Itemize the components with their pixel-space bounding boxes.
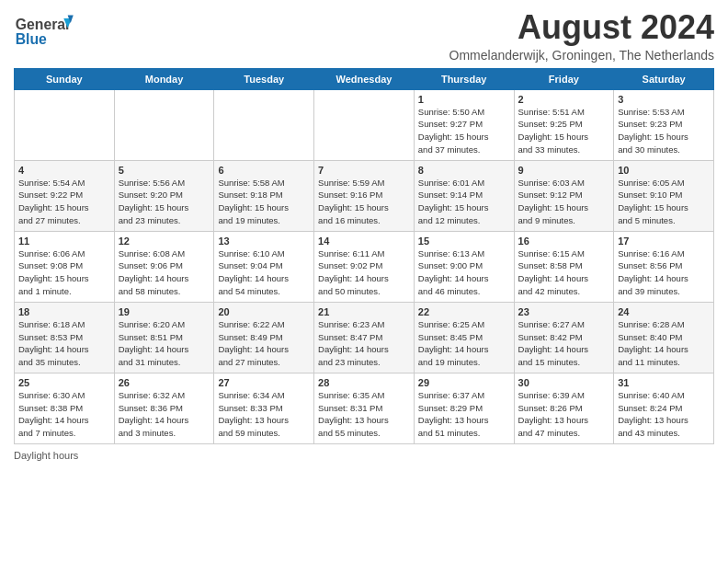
- day-number: 16: [518, 236, 610, 247]
- day-info: Sunrise: 6:30 AM Sunset: 8:38 PM Dayligh…: [18, 389, 110, 440]
- calendar-cell: 3Sunrise: 5:53 AM Sunset: 9:23 PM Daylig…: [614, 89, 714, 160]
- week-row-2: 4Sunrise: 5:54 AM Sunset: 9:22 PM Daylig…: [15, 160, 714, 231]
- day-header-friday: Friday: [514, 68, 614, 89]
- calendar-cell: 25Sunrise: 6:30 AM Sunset: 8:38 PM Dayli…: [15, 373, 115, 443]
- day-header-tuesday: Tuesday: [214, 68, 314, 89]
- calendar-cell: [314, 89, 415, 160]
- calendar-cell: 10Sunrise: 6:05 AM Sunset: 9:10 PM Dayli…: [614, 160, 714, 231]
- title-area: August 2024 Ommelanderwijk, Groningen, T…: [449, 9, 714, 63]
- calendar-cell: 20Sunrise: 6:22 AM Sunset: 8:49 PM Dayli…: [214, 302, 314, 373]
- day-number: 17: [618, 236, 710, 247]
- header: General Blue August 2024 Ommelanderwijk,…: [14, 9, 714, 63]
- day-header-wednesday: Wednesday: [314, 68, 415, 89]
- day-info: Sunrise: 5:51 AM Sunset: 9:25 PM Dayligh…: [518, 106, 610, 156]
- day-info: Sunrise: 6:18 AM Sunset: 8:53 PM Dayligh…: [18, 318, 110, 369]
- day-number: 4: [18, 165, 110, 176]
- day-number: 26: [119, 377, 210, 388]
- day-info: Sunrise: 6:10 AM Sunset: 9:04 PM Dayligh…: [218, 247, 310, 298]
- day-info: Sunrise: 6:16 AM Sunset: 8:56 PM Dayligh…: [618, 247, 710, 298]
- week-row-4: 18Sunrise: 6:18 AM Sunset: 8:53 PM Dayli…: [15, 302, 714, 373]
- day-info: Sunrise: 6:28 AM Sunset: 8:40 PM Dayligh…: [618, 318, 710, 369]
- calendar-cell: 26Sunrise: 6:32 AM Sunset: 8:36 PM Dayli…: [114, 373, 214, 443]
- day-info: Sunrise: 6:34 AM Sunset: 8:33 PM Dayligh…: [218, 389, 310, 440]
- calendar-cell: 5Sunrise: 5:56 AM Sunset: 9:20 PM Daylig…: [114, 160, 214, 231]
- day-number: 15: [418, 236, 510, 247]
- calendar-cell: 19Sunrise: 6:20 AM Sunset: 8:51 PM Dayli…: [114, 302, 214, 373]
- day-number: 1: [418, 94, 510, 105]
- day-info: Sunrise: 5:54 AM Sunset: 9:22 PM Dayligh…: [18, 177, 110, 227]
- calendar-cell: 7Sunrise: 5:59 AM Sunset: 9:16 PM Daylig…: [314, 160, 415, 231]
- days-header-row: SundayMondayTuesdayWednesdayThursdayFrid…: [15, 68, 714, 89]
- week-row-3: 11Sunrise: 6:06 AM Sunset: 9:08 PM Dayli…: [15, 231, 714, 302]
- footer-note: Daylight hours: [14, 450, 714, 461]
- day-number: 25: [18, 377, 110, 388]
- day-info: Sunrise: 5:59 AM Sunset: 9:16 PM Dayligh…: [318, 177, 410, 227]
- day-header-sunday: Sunday: [15, 68, 115, 89]
- day-info: Sunrise: 6:11 AM Sunset: 9:02 PM Dayligh…: [318, 247, 410, 298]
- month-title: August 2024: [449, 9, 714, 46]
- week-row-5: 25Sunrise: 6:30 AM Sunset: 8:38 PM Dayli…: [15, 373, 714, 443]
- day-number: 7: [318, 165, 410, 176]
- day-number: 19: [119, 306, 210, 317]
- calendar-cell: 15Sunrise: 6:13 AM Sunset: 9:00 PM Dayli…: [414, 231, 514, 302]
- day-number: 30: [518, 377, 610, 388]
- day-info: Sunrise: 6:23 AM Sunset: 8:47 PM Dayligh…: [318, 318, 410, 369]
- daylight-label: Daylight hours: [14, 450, 78, 461]
- day-info: Sunrise: 6:40 AM Sunset: 8:24 PM Dayligh…: [618, 389, 710, 440]
- day-info: Sunrise: 6:39 AM Sunset: 8:26 PM Dayligh…: [518, 389, 610, 440]
- calendar-cell: 16Sunrise: 6:15 AM Sunset: 8:58 PM Dayli…: [514, 231, 614, 302]
- day-number: 13: [218, 236, 310, 247]
- day-number: 14: [318, 236, 410, 247]
- svg-text:Blue: Blue: [16, 31, 47, 47]
- day-number: 29: [418, 377, 510, 388]
- day-info: Sunrise: 6:01 AM Sunset: 9:14 PM Dayligh…: [418, 177, 510, 227]
- day-number: 10: [618, 165, 710, 176]
- day-number: 9: [518, 165, 610, 176]
- day-info: Sunrise: 6:20 AM Sunset: 8:51 PM Dayligh…: [119, 318, 210, 369]
- day-info: Sunrise: 6:37 AM Sunset: 8:29 PM Dayligh…: [418, 389, 510, 440]
- day-info: Sunrise: 6:03 AM Sunset: 9:12 PM Dayligh…: [518, 177, 610, 227]
- day-number: 27: [218, 377, 310, 388]
- day-number: 3: [618, 94, 710, 105]
- day-info: Sunrise: 6:35 AM Sunset: 8:31 PM Dayligh…: [318, 389, 410, 440]
- calendar-cell: 22Sunrise: 6:25 AM Sunset: 8:45 PM Dayli…: [414, 302, 514, 373]
- calendar-cell: 24Sunrise: 6:28 AM Sunset: 8:40 PM Dayli…: [614, 302, 714, 373]
- day-number: 11: [18, 236, 110, 247]
- day-header-saturday: Saturday: [614, 68, 714, 89]
- calendar-cell: 2Sunrise: 5:51 AM Sunset: 9:25 PM Daylig…: [514, 89, 614, 160]
- day-info: Sunrise: 5:56 AM Sunset: 9:20 PM Dayligh…: [119, 177, 210, 227]
- day-number: 21: [318, 306, 410, 317]
- day-number: 31: [618, 377, 710, 388]
- day-number: 18: [18, 306, 110, 317]
- day-info: Sunrise: 6:22 AM Sunset: 8:49 PM Dayligh…: [218, 318, 310, 369]
- calendar-cell: 12Sunrise: 6:08 AM Sunset: 9:06 PM Dayli…: [114, 231, 214, 302]
- calendar-table: SundayMondayTuesdayWednesdayThursdayFrid…: [14, 68, 714, 444]
- day-info: Sunrise: 6:15 AM Sunset: 8:58 PM Dayligh…: [518, 247, 610, 298]
- calendar-cell: 11Sunrise: 6:06 AM Sunset: 9:08 PM Dayli…: [15, 231, 115, 302]
- week-row-1: 1Sunrise: 5:50 AM Sunset: 9:27 PM Daylig…: [15, 89, 714, 160]
- day-info: Sunrise: 6:27 AM Sunset: 8:42 PM Dayligh…: [518, 318, 610, 369]
- day-info: Sunrise: 6:13 AM Sunset: 9:00 PM Dayligh…: [418, 247, 510, 298]
- day-number: 22: [418, 306, 510, 317]
- day-number: 23: [518, 306, 610, 317]
- day-header-thursday: Thursday: [414, 68, 514, 89]
- day-info: Sunrise: 6:32 AM Sunset: 8:36 PM Dayligh…: [119, 389, 210, 440]
- calendar-cell: [15, 89, 115, 160]
- calendar-cell: 14Sunrise: 6:11 AM Sunset: 9:02 PM Dayli…: [314, 231, 415, 302]
- calendar-cell: 30Sunrise: 6:39 AM Sunset: 8:26 PM Dayli…: [514, 373, 614, 443]
- calendar-cell: 23Sunrise: 6:27 AM Sunset: 8:42 PM Dayli…: [514, 302, 614, 373]
- calendar-cell: 6Sunrise: 5:58 AM Sunset: 9:18 PM Daylig…: [214, 160, 314, 231]
- calendar-cell: 8Sunrise: 6:01 AM Sunset: 9:14 PM Daylig…: [414, 160, 514, 231]
- day-number: 24: [618, 306, 710, 317]
- day-info: Sunrise: 5:53 AM Sunset: 9:23 PM Dayligh…: [618, 106, 710, 156]
- calendar-cell: [214, 89, 314, 160]
- day-number: 6: [218, 165, 310, 176]
- day-info: Sunrise: 6:08 AM Sunset: 9:06 PM Dayligh…: [119, 247, 210, 298]
- day-number: 2: [518, 94, 610, 105]
- day-info: Sunrise: 5:50 AM Sunset: 9:27 PM Dayligh…: [418, 106, 510, 156]
- day-number: 5: [119, 165, 210, 176]
- calendar-cell: 29Sunrise: 6:37 AM Sunset: 8:29 PM Dayli…: [414, 373, 514, 443]
- day-info: Sunrise: 6:25 AM Sunset: 8:45 PM Dayligh…: [418, 318, 510, 369]
- calendar-cell: 4Sunrise: 5:54 AM Sunset: 9:22 PM Daylig…: [15, 160, 115, 231]
- location-subtitle: Ommelanderwijk, Groningen, The Netherlan…: [449, 48, 714, 63]
